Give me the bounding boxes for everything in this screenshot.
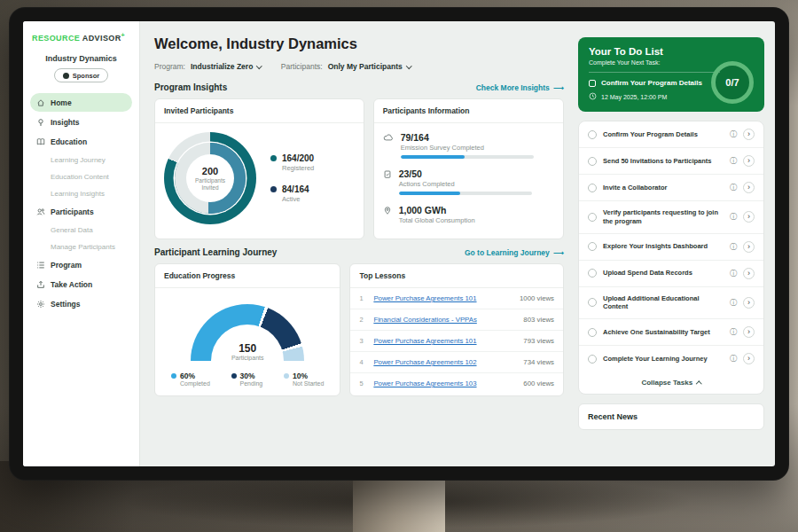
sidebar-item-education[interactable]: Education (30, 132, 132, 151)
go-to-learning-journey-link[interactable]: Go to Learning Journey ⟶ (465, 248, 564, 257)
learning-journey-heading: Participant Learning Journey (154, 247, 277, 257)
program-select[interactable]: Industrialize Zero (191, 62, 262, 71)
chevron-right-icon[interactable]: › (743, 129, 755, 140)
task-checkbox[interactable] (588, 269, 597, 278)
task-checkbox[interactable] (588, 213, 597, 222)
recent-news-card: Recent News (578, 403, 764, 430)
filter-bar: Program: Industrialize Zero Participants… (154, 62, 564, 71)
task-item[interactable]: Upload Spend Data Records ⓘ › (579, 261, 763, 287)
donut-legend: 164/200Registered 84/164Active (270, 153, 314, 203)
sidebar-item-general-data[interactable]: General Data (30, 222, 132, 238)
info-icon[interactable]: ⓘ (730, 327, 737, 337)
legend-item: 164/200Registered (270, 153, 314, 172)
task-item[interactable]: Invite a Collaborator ⓘ › (579, 175, 763, 201)
sidebar-item-learning-insights[interactable]: Learning Insights (30, 185, 132, 201)
task-checkbox[interactable] (588, 298, 597, 307)
sidebar-item-home[interactable]: Home (30, 93, 132, 112)
lesson-link[interactable]: Financial Considerations - VPPAs (373, 316, 516, 324)
monitor-stand (353, 479, 445, 532)
sidebar-item-take-action[interactable]: Take Action (30, 275, 132, 293)
task-checkbox[interactable] (588, 328, 597, 337)
legend-dot (270, 155, 277, 161)
gauge-legend: 60%Completed 30%Pending 10%Not Started (164, 364, 331, 388)
chevron-right-icon[interactable]: › (743, 155, 755, 167)
participants-filter-label: Participants: (281, 62, 323, 71)
chevron-up-icon (696, 381, 701, 387)
sidebar-item-education-content[interactable]: Education Content (30, 168, 132, 184)
main-content: Welcome, Industry Dynamics Program: Indu… (140, 21, 575, 466)
legend-dot (270, 186, 277, 192)
lesson-link[interactable]: Power Purchase Agreements 101 (373, 294, 512, 302)
clock-icon (589, 92, 597, 101)
invited-donut-chart: 200 Participants Invited (164, 132, 256, 224)
sidebar-item-insights[interactable]: Insights (30, 113, 132, 131)
right-panel: Your To Do List Complete Your Next Task:… (575, 21, 775, 466)
people-icon (36, 207, 45, 216)
info-icon[interactable]: ⓘ (730, 269, 737, 278)
progress-fill (401, 155, 465, 159)
brand-logo: RESOURCE ADVISOR+ (30, 32, 132, 43)
task-item[interactable]: Upload Additional Educational Content ⓘ … (579, 287, 763, 320)
participants-select[interactable]: Only My Participants (328, 62, 411, 71)
todo-progress-ring: 0/7 (711, 61, 754, 104)
chevron-down-icon (256, 63, 262, 68)
info-icon[interactable]: ⓘ (730, 129, 737, 139)
lesson-link[interactable]: Power Purchase Agreements 102 (373, 358, 516, 366)
sidebar-item-manage-participants[interactable]: Manage Participants (30, 239, 132, 254)
lesson-link[interactable]: Power Purchase Agreements 103 (373, 379, 516, 387)
task-item[interactable]: Explore Your Insights Dashboard ⓘ › (579, 234, 763, 261)
chevron-right-icon[interactable]: › (743, 353, 755, 364)
collapse-tasks-link[interactable]: Collapse Tasks (579, 372, 763, 394)
task-checkbox[interactable] (588, 157, 597, 166)
arrow-right-icon: ⟶ (553, 248, 564, 257)
education-progress-card: Education Progress 150 Participants (154, 263, 340, 396)
progress-bar (401, 155, 534, 159)
info-icon[interactable]: ⓘ (730, 298, 737, 308)
task-item[interactable]: Achieve One Sustainability Target ⓘ › (579, 319, 763, 346)
task-checkbox[interactable] (588, 355, 597, 364)
gear-icon (36, 300, 45, 309)
info-icon[interactable]: ⓘ (730, 183, 737, 192)
monitor-bezel: RESOURCE ADVISOR+ Industry Dynamics Spon… (9, 7, 789, 481)
chevron-right-icon[interactable]: › (743, 297, 755, 309)
chevron-down-icon (406, 63, 411, 68)
next-task[interactable]: Confirm Your Program Details (589, 72, 720, 87)
chevron-right-icon[interactable]: › (743, 326, 755, 338)
info-icon[interactable]: ⓘ (730, 156, 737, 166)
top-lessons-card: Top Lessons 1 Power Purchase Agreements … (349, 263, 564, 396)
task-item[interactable]: Complete Your Learning Journey ⓘ › (579, 346, 763, 372)
chevron-right-icon[interactable]: › (743, 211, 755, 223)
lesson-link[interactable]: Power Purchase Agreements 101 (373, 337, 516, 345)
legend-dot (171, 373, 176, 379)
chevron-right-icon[interactable]: › (743, 182, 755, 193)
info-icon[interactable]: ⓘ (730, 242, 737, 252)
program-insights-heading: Program Insights (154, 82, 227, 92)
sidebar: RESOURCE ADVISOR+ Industry Dynamics Spon… (23, 21, 140, 466)
invited-participants-card: Invited Participants 200 Participants In… (154, 98, 364, 239)
page-title: Welcome, Industry Dynamics (154, 35, 564, 52)
task-item[interactable]: Verify participants requesting to join t… (579, 201, 763, 234)
task-checkbox[interactable] (589, 80, 596, 87)
chevron-right-icon[interactable]: › (743, 241, 755, 253)
info-icon[interactable]: ⓘ (730, 212, 737, 222)
task-item[interactable]: Confirm Your Program Details ⓘ › (579, 121, 763, 148)
sidebar-item-program[interactable]: Program (30, 255, 132, 274)
upload-action-icon (36, 280, 45, 289)
sidebar-item-participants[interactable]: Participants (30, 202, 132, 221)
info-icon[interactable]: ⓘ (730, 354, 737, 364)
task-checkbox[interactable] (588, 242, 597, 251)
list-icon (36, 261, 45, 270)
info-row: 1,000 GWh Total Global Consumption (383, 205, 554, 228)
legend-item: 10%Not Started (284, 372, 324, 387)
lesson-row: 2 Financial Considerations - VPPAs 803 v… (350, 309, 563, 331)
home-icon (36, 98, 45, 107)
sidebar-item-learning-journey[interactable]: Learning Journey (30, 152, 132, 168)
check-more-insights-link[interactable]: Check More Insights ⟶ (476, 83, 564, 92)
org-name: Industry Dynamics (30, 54, 132, 63)
task-checkbox[interactable] (588, 184, 597, 192)
task-checkbox[interactable] (588, 130, 597, 139)
task-item[interactable]: Send 50 Invitations to Participants ⓘ › (579, 148, 763, 175)
progress-fill (399, 192, 460, 195)
chevron-right-icon[interactable]: › (743, 268, 755, 279)
sidebar-item-settings[interactable]: Settings (30, 294, 132, 313)
